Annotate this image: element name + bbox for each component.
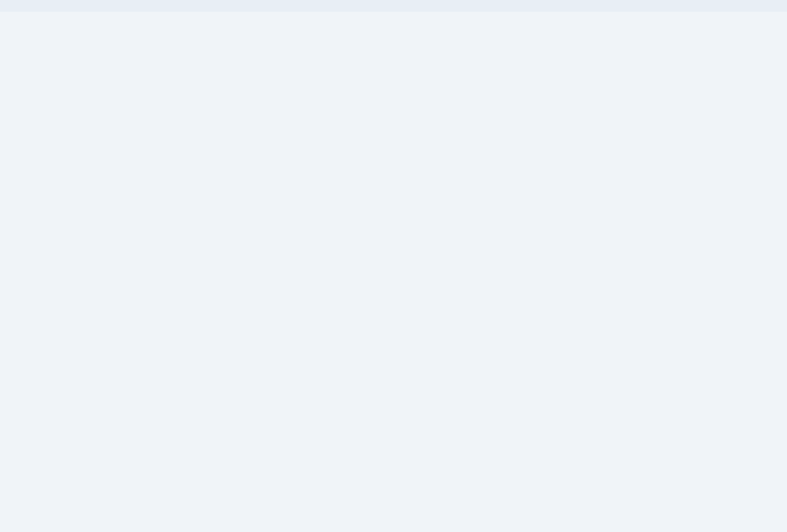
icon-grid	[0, 0, 787, 12]
